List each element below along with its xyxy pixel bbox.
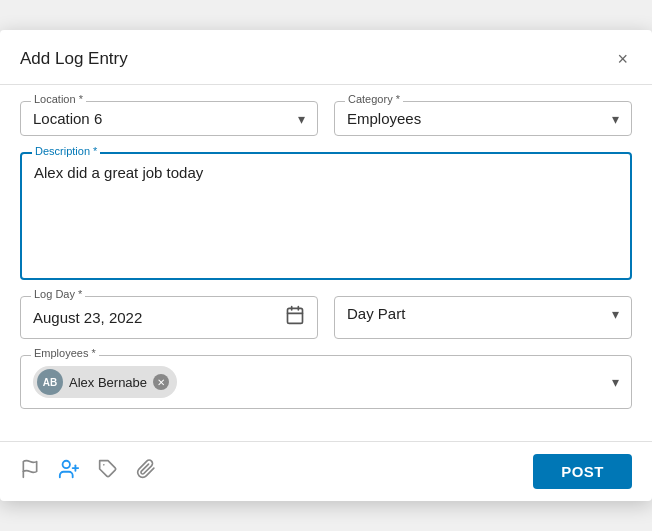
dialog-footer: POST xyxy=(0,441,652,501)
employees-label: Employees * xyxy=(31,347,99,359)
calendar-icon[interactable] xyxy=(285,305,305,330)
category-value: Employees xyxy=(347,110,421,127)
employees-field[interactable]: Employees * AB Alex Bernabe ✕ ▾ xyxy=(20,355,632,409)
category-select[interactable]: Employees ▾ xyxy=(347,110,619,127)
location-label: Location * xyxy=(31,93,86,105)
description-group: Description * xyxy=(20,152,632,280)
flag-icon[interactable] xyxy=(20,459,40,484)
dialog-body: Location * Location 6 ▾ Category * Emplo… xyxy=(0,85,652,441)
employees-chips: AB Alex Bernabe ✕ xyxy=(33,366,177,398)
log-day-field[interactable]: Log Day * August 23, 2022 xyxy=(20,296,318,339)
day-part-inner: Day Part ▾ xyxy=(347,305,619,322)
description-textarea[interactable] xyxy=(34,164,618,264)
log-day-inner: August 23, 2022 xyxy=(33,305,305,330)
log-day-value: August 23, 2022 xyxy=(33,309,142,326)
location-value: Location 6 xyxy=(33,110,102,127)
employee-chip-name: Alex Bernabe xyxy=(69,375,147,390)
location-field[interactable]: Location * Location 6 ▾ xyxy=(20,101,318,136)
dialog-title: Add Log Entry xyxy=(20,49,128,69)
post-button[interactable]: POST xyxy=(533,454,632,489)
tag-icon[interactable] xyxy=(98,459,118,484)
location-chevron-icon: ▾ xyxy=(298,111,305,127)
employee-chip-remove[interactable]: ✕ xyxy=(153,374,169,390)
day-part-value: Day Part xyxy=(347,305,405,322)
add-log-dialog: Add Log Entry × Location * Location 6 ▾ … xyxy=(0,30,652,501)
log-day-label: Log Day * xyxy=(31,288,85,300)
day-part-chevron-icon: ▾ xyxy=(612,306,619,322)
category-chevron-icon: ▾ xyxy=(612,111,619,127)
svg-rect-0 xyxy=(288,308,303,323)
dialog-header: Add Log Entry × xyxy=(0,30,652,85)
close-button[interactable]: × xyxy=(613,48,632,70)
location-category-row: Location * Location 6 ▾ Category * Emplo… xyxy=(20,101,632,136)
svg-point-5 xyxy=(63,461,70,468)
employee-chip: AB Alex Bernabe ✕ xyxy=(33,366,177,398)
category-label: Category * xyxy=(345,93,403,105)
attach-icon[interactable] xyxy=(136,459,156,484)
day-part-field[interactable]: Day Part ▾ xyxy=(334,296,632,339)
employees-chevron-icon: ▾ xyxy=(612,374,619,390)
add-user-icon[interactable] xyxy=(58,458,80,485)
category-field[interactable]: Category * Employees ▾ xyxy=(334,101,632,136)
log-day-row: Log Day * August 23, 2022 Day P xyxy=(20,296,632,339)
footer-icons xyxy=(20,458,156,485)
description-label: Description * xyxy=(32,145,100,157)
employee-avatar: AB xyxy=(37,369,63,395)
location-select[interactable]: Location 6 ▾ xyxy=(33,110,305,127)
